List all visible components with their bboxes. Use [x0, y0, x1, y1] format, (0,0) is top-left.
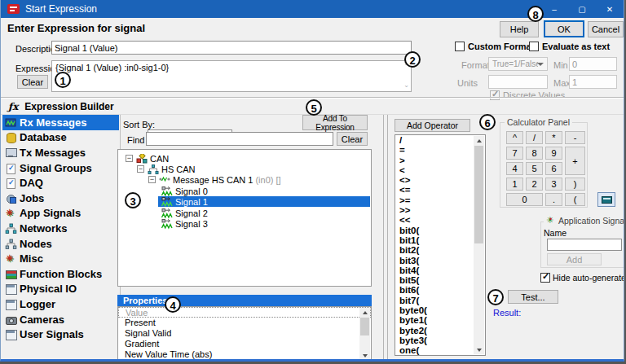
operator-item[interactable]: /: [395, 135, 485, 145]
evaluate-as-text-checkbox-box[interactable]: [529, 42, 539, 51]
operator-item[interactable]: one(: [395, 345, 485, 355]
scroll-down-icon[interactable]: [359, 351, 370, 360]
description-input[interactable]: [51, 41, 412, 55]
scrollbar-thumb[interactable]: [360, 318, 369, 335]
operator-item[interactable]: =: [395, 145, 485, 155]
calculator-toggle-button[interactable]: [597, 192, 615, 207]
operator-item[interactable]: >=: [395, 195, 485, 205]
calc-key-power[interactable]: ^: [506, 131, 523, 144]
calc-key-multiply[interactable]: *: [545, 131, 562, 144]
properties-scrollbar[interactable]: [359, 308, 370, 360]
custom-format-checkbox-box[interactable]: [455, 42, 465, 51]
tree-node-message[interactable]: − Message HS CAN 1 (in0) []: [118, 174, 281, 185]
help-button[interactable]: Help: [500, 21, 539, 37]
operator-item[interactable]: <=: [395, 185, 485, 195]
operator-item[interactable]: bit1(: [395, 235, 485, 245]
tree-node-hs-can[interactable]: − HS CAN: [118, 164, 196, 174]
operator-item[interactable]: byte1(: [395, 315, 485, 325]
properties-list[interactable]: Value Present Signal Valid Gradient New …: [117, 306, 372, 362]
operator-item[interactable]: >: [395, 156, 485, 165]
operator-item[interactable]: byte2(: [395, 326, 485, 335]
operator-item[interactable]: bit5(: [395, 275, 485, 285]
add-to-expression-button[interactable]: Add To Expression: [302, 115, 368, 130]
clear-expression-button[interactable]: Clear: [17, 75, 48, 89]
operator-item[interactable]: byte3(: [395, 335, 485, 345]
operator-item[interactable]: bit7(: [395, 296, 485, 305]
operator-item[interactable]: >>: [395, 205, 485, 215]
maximize-icon[interactable]: ▢: [568, 0, 596, 18]
sidebar-item-app-signals[interactable]: App Signals: [2, 206, 119, 221]
operator-scrollbar[interactable]: [474, 136, 484, 354]
expression-input[interactable]: {Signal 1 (Value) :in0-sig1-0} ⌃ ⌄: [51, 60, 412, 92]
tree-node-signal-1[interactable]: Signal 1: [118, 196, 371, 207]
operator-item[interactable]: bit4(: [395, 265, 485, 275]
operator-item[interactable]: <<: [395, 215, 485, 225]
property-item-present[interactable]: Present: [118, 318, 371, 328]
hide-auto-generated-checkbox[interactable]: ✓ Hide auto-generated items: [540, 273, 624, 283]
close-icon[interactable]: ✕: [596, 0, 624, 18]
sidebar-item-user-signals[interactable]: User Signals: [2, 327, 119, 342]
calc-key-plus[interactable]: +: [565, 147, 585, 175]
name-input[interactable]: [547, 239, 622, 251]
operator-item[interactable]: <>: [395, 175, 485, 185]
find-input[interactable]: [146, 132, 333, 146]
sidebar-item-rx-messages[interactable]: Rx Messages: [2, 115, 119, 130]
sidebar-item-logger[interactable]: Logger: [2, 296, 119, 312]
operator-item[interactable]: bit3(: [395, 256, 485, 265]
calc-key-6[interactable]: 6: [545, 162, 562, 175]
operator-item[interactable]: bit2(: [395, 245, 485, 255]
scroll-up-icon[interactable]: [474, 136, 484, 145]
signal-tree[interactable]: − CAN − HS CAN − Message HS CAN 1 (in0) …: [117, 149, 372, 287]
add-operator-button[interactable]: Add Operator: [395, 119, 470, 132]
evaluate-as-text-checkbox[interactable]: Evaluate as text: [529, 42, 610, 51]
tree-node-signal-3[interactable]: Signal 3: [118, 218, 208, 229]
hide-auto-generated-checkbox-box[interactable]: ✓: [540, 273, 550, 283]
sidebar-item-jobs[interactable]: Jobs: [2, 191, 119, 206]
calc-key-dot[interactable]: .: [545, 193, 562, 206]
clear-find-button[interactable]: Clear: [337, 132, 368, 146]
sidebar-item-networks[interactable]: Networks: [2, 221, 119, 236]
operator-item[interactable]: <: [395, 165, 485, 175]
calc-key-minus[interactable]: -: [565, 131, 585, 144]
ok-button[interactable]: OK: [544, 20, 584, 37]
tree-node-can[interactable]: − CAN: [118, 153, 169, 164]
sidebar-item-signal-groups[interactable]: Signal Groups: [2, 160, 119, 176]
operator-item[interactable]: bit6(: [395, 285, 485, 295]
sidebar-item-nodes[interactable]: Nodes: [2, 236, 119, 252]
calc-key-rparen[interactable]: ): [565, 178, 585, 191]
collapse-icon[interactable]: −: [126, 155, 133, 162]
operator-list[interactable]: / = > < <> <= >= >> << bit0( bit1( bit2(…: [395, 134, 486, 356]
minimize-icon[interactable]: –: [540, 0, 568, 18]
calc-key-8[interactable]: 8: [526, 147, 543, 160]
sidebar-item-misc[interactable]: Misc: [2, 251, 119, 266]
test-button[interactable]: Test...: [508, 290, 558, 304]
custom-format-checkbox[interactable]: Custom Format: [455, 42, 534, 51]
calc-key-divide[interactable]: /: [526, 131, 543, 144]
sidebar-item-cameras[interactable]: Cameras: [2, 312, 119, 327]
sidebar-item-physical-io[interactable]: Physical IO: [2, 282, 119, 297]
property-item-signal-valid[interactable]: Signal Valid: [118, 328, 371, 339]
tree-node-signal-2[interactable]: Signal 2: [118, 208, 208, 218]
scroll-down-icon[interactable]: ⌄: [403, 82, 409, 89]
calc-key-2[interactable]: 2: [526, 178, 543, 191]
property-item-new-value-time[interactable]: New Value Time (abs): [118, 349, 371, 360]
collapse-icon[interactable]: −: [137, 165, 144, 173]
operator-item[interactable]: bit0(: [395, 226, 485, 235]
sidebar-item-tx-messages[interactable]: Tx Messages: [2, 145, 119, 160]
operator-item[interactable]: byte0(: [395, 305, 485, 315]
sidebar-item-database[interactable]: Database: [2, 130, 119, 146]
scroll-up-icon[interactable]: [359, 308, 370, 317]
calc-key-1[interactable]: 1: [506, 178, 523, 191]
calc-key-5[interactable]: 5: [526, 162, 543, 175]
cancel-button[interactable]: Cancel: [588, 21, 624, 37]
property-item-gradient[interactable]: Gradient: [118, 339, 371, 349]
calc-key-3[interactable]: 3: [545, 178, 562, 191]
calc-key-9[interactable]: 9: [545, 147, 562, 160]
scroll-down-icon[interactable]: [474, 345, 484, 354]
sidebar-item-function-blocks[interactable]: Function Blocks: [2, 266, 119, 282]
splitter-handle[interactable]: [383, 115, 388, 362]
sidebar-item-daq[interactable]: DAQ: [2, 175, 119, 191]
calc-key-0[interactable]: 0: [506, 193, 543, 206]
calc-key-7[interactable]: 7: [506, 147, 523, 160]
calc-key-lparen[interactable]: (: [565, 193, 585, 206]
